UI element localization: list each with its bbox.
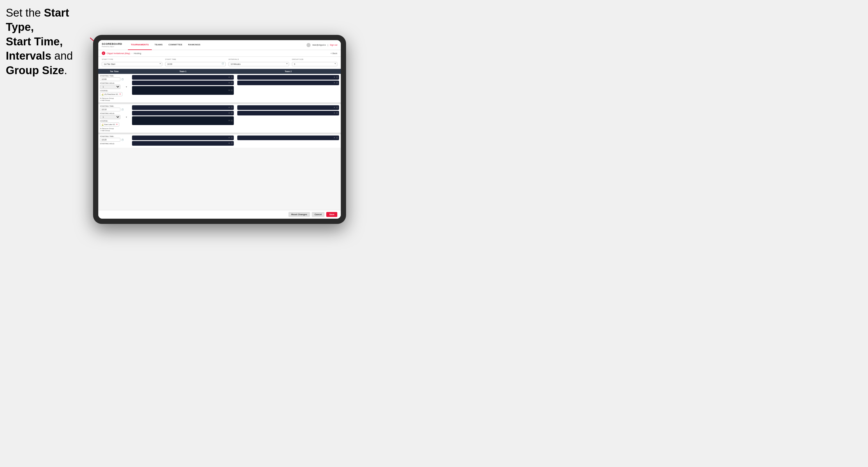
slot-icons: ✕ ⊡ [228, 106, 232, 109]
team1-cell-2: ✕ ⊡ ✕ ⊡ [130, 104, 236, 133]
starting-time-label-2: STARTING TIME: [100, 105, 128, 107]
slot-expand-icon[interactable]: ⊡ [231, 89, 232, 92]
start-type-select[interactable]: 1st Tee Start [102, 62, 162, 66]
tablet-screen: SCOREBOARD Powered by clipp.d TOURNAMENT… [98, 40, 341, 219]
start-time-label: Start Time [165, 58, 226, 60]
team2-cell-3: ✕ ⊡ [236, 134, 341, 148]
starting-time-input-1[interactable] [100, 77, 120, 81]
slot-expand-icon[interactable]: ⊡ [336, 106, 338, 109]
tee-cell-1: STARTING TIME: 🕐 STARTING HOLE: 1 [98, 74, 130, 102]
course-icon-1: ⛳ [101, 93, 103, 95]
sign-out-link[interactable]: Sign out [330, 44, 337, 46]
reset-changes-button[interactable]: Reset Changes [288, 212, 310, 217]
footer: Reset Changes Cancel Save [98, 210, 341, 219]
starting-time-input-3[interactable] [100, 138, 120, 142]
bold-start-type: Start Type,Start Time,Intervals [6, 7, 69, 62]
hole-select-2[interactable]: 1 [100, 115, 120, 119]
course-label-1: COURSE: [100, 90, 128, 92]
starting-time-input-2[interactable] [100, 107, 120, 112]
add-group-2[interactable]: + Add Group [100, 130, 128, 131]
slot-close-icon[interactable]: ✕ [334, 76, 335, 79]
slot-icons: ✕ ⊡ [228, 82, 232, 84]
player-slot: ✕ ⊡ [237, 75, 339, 80]
slot-close-icon[interactable]: ✕ [228, 137, 230, 139]
tab-teams[interactable]: TEAMS [152, 40, 166, 50]
slot-expand-icon[interactable]: ⊡ [336, 137, 338, 139]
slot-close-icon[interactable]: ✕ [228, 112, 230, 114]
slot-icons: ✕ ⊡ [228, 137, 232, 139]
slot-icons: ✕ ⊡ [228, 76, 232, 79]
remove-course-1[interactable]: ✕ [119, 93, 121, 95]
bold-group-size: Group Size [6, 64, 64, 76]
starting-time-label-3: STARTING TIME: [100, 135, 128, 137]
player-slot: ✕ ⊡ [132, 105, 234, 110]
slot-close-icon[interactable]: ✕ [228, 106, 230, 109]
player-slot: ✕ ⊡ [132, 75, 234, 80]
schedule-scroll-area[interactable]: Tee Time Team 1 Team 2 STARTING TIME: 🕐 [98, 69, 341, 210]
tab-tournaments[interactable]: TOURNAMENTS [128, 40, 152, 50]
clock-icon-3: 🕐 [121, 139, 124, 141]
slot-close-icon[interactable]: ✕ [334, 112, 335, 114]
slot-expand-icon[interactable]: ⊡ [231, 142, 232, 145]
start-time-input-wrapper [165, 61, 226, 66]
breadcrumb-tournament[interactable]: Clippd Invitational (May) [107, 52, 130, 55]
player-slot: ✕ ⊡ [237, 135, 339, 140]
col-tee-time: Tee Time [98, 69, 130, 74]
group-size-select-wrapper: 3 [292, 61, 337, 66]
player-slot: ✕ ⊡ [132, 135, 234, 140]
course-label-2: COURSE: [100, 120, 128, 122]
slot-expand-icon[interactable]: ⊡ [336, 76, 338, 79]
slot-icons: ✕ ⊡ [334, 76, 338, 79]
slot-expand-icon[interactable]: ⊡ [231, 82, 232, 84]
slot-close-icon[interactable]: ✕ [334, 106, 335, 109]
slot-close-icon[interactable]: ✕ [228, 120, 230, 122]
slot-close-icon[interactable]: ✕ [228, 142, 230, 145]
add-group-1[interactable]: + Add Group [100, 99, 128, 101]
tab-rankings[interactable]: RANKINGS [185, 40, 203, 50]
slot-expand-icon[interactable]: ⊡ [336, 112, 338, 114]
slot-close-icon[interactable]: ✕ [228, 89, 230, 92]
slot-icons: ✕ ⊡ [228, 120, 232, 122]
start-type-group: Start Type 1st Tee Start [102, 58, 162, 66]
table-row: STARTING TIME: 🕐 STARTING HOLE: 1 [98, 74, 341, 102]
nav-right: blair@clippd.io | Sign out [307, 43, 337, 47]
player-slot: ✕ ⊡ [237, 105, 339, 110]
cancel-button[interactable]: Cancel [312, 212, 325, 217]
remove-group-2[interactable]: ⊖ Remove Group [100, 127, 128, 129]
slot-expand-icon[interactable]: ⊡ [336, 82, 338, 84]
nav-tabs: TOURNAMENTS TEAMS COMMITTEE RANKINGS [128, 40, 307, 50]
start-time-input[interactable] [165, 62, 226, 66]
slot-expand-icon[interactable]: ⊡ [231, 120, 232, 122]
group-size-select[interactable]: 3 [292, 62, 337, 66]
player-slot: ✕ ⊡ [132, 111, 234, 116]
player-slot: ✕ ⊡ [132, 81, 234, 85]
remove-course-2[interactable]: ✕ [116, 123, 118, 126]
slot-icons: ✕ ⊡ [334, 82, 338, 84]
navbar: SCOREBOARD Powered by clipp.d TOURNAMENT… [98, 40, 341, 50]
intervals-label: Intervals [228, 58, 289, 60]
slot-close-icon[interactable]: ✕ [334, 82, 335, 84]
remove-group-1[interactable]: ⊖ Remove Group [100, 97, 128, 99]
slot-close-icon[interactable]: ✕ [334, 137, 335, 139]
back-button[interactable]: < Back [331, 52, 337, 55]
tee-cell-2: STARTING TIME: 🕐 STARTING HOLE: 1 [98, 104, 130, 133]
slot-expand-icon[interactable]: ⊡ [231, 112, 232, 114]
intervals-select[interactable]: 10 Minutes [228, 62, 289, 66]
slot-close-icon[interactable]: ✕ [228, 76, 230, 79]
slot-expand-icon[interactable]: ⊡ [231, 137, 232, 139]
slot-expand-icon[interactable]: ⊡ [231, 106, 232, 109]
tab-committee[interactable]: COMMITTEE [165, 40, 185, 50]
instruction-text: Set the Start Type,Start Time,Intervals … [6, 6, 87, 77]
hole-select-1[interactable]: 1 [100, 85, 120, 89]
starting-hole-label-1: STARTING HOLE: [100, 82, 128, 84]
breadcrumb-icon: C [102, 52, 105, 55]
player-slot: ✕ ⊡ [237, 81, 339, 85]
save-button[interactable]: Save [326, 212, 337, 217]
slot-expand-icon[interactable]: ⊡ [231, 76, 232, 79]
team1-cell-3: ✕ ⊡ ✕ ⊡ [130, 134, 236, 148]
settings-row: Start Type 1st Tee Start Start Time Inte… [98, 57, 341, 69]
course-name-2: East Lake GC [104, 124, 115, 125]
slot-close-icon[interactable]: ✕ [228, 82, 230, 84]
user-email: blair@clippd.io [312, 44, 326, 46]
starting-time-row-3: 🕐 [100, 138, 128, 142]
